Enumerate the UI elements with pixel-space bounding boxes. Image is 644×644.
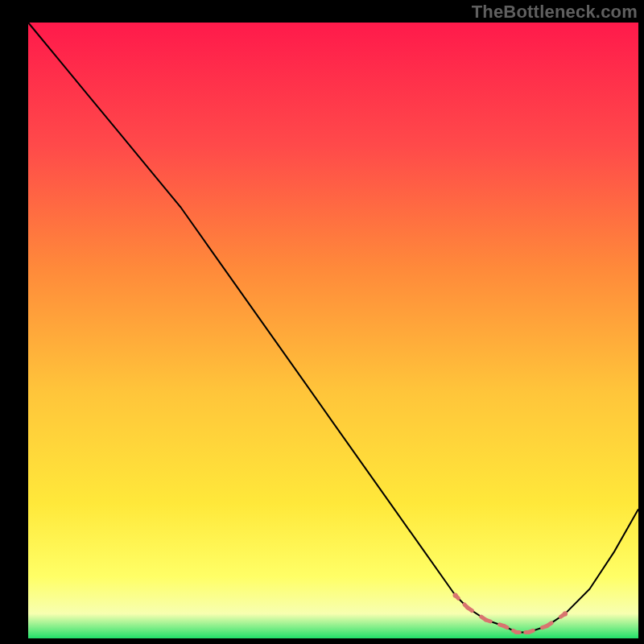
optimal-marker-segment [504,626,507,628]
chart-frame: TheBottleneck.com [0,0,644,644]
gradient-background [28,23,638,638]
optimal-marker-endpoint [563,611,568,616]
plot-area [0,0,644,644]
optimal-marker-segment [529,630,534,632]
optimal-marker-endpoint [453,592,458,597]
chart-svg [0,0,644,644]
watermark-text: TheBottleneck.com [472,2,638,23]
optimal-marker-segment [547,623,551,626]
optimal-marker-segment [468,608,473,611]
optimal-marker-segment [486,620,491,621]
